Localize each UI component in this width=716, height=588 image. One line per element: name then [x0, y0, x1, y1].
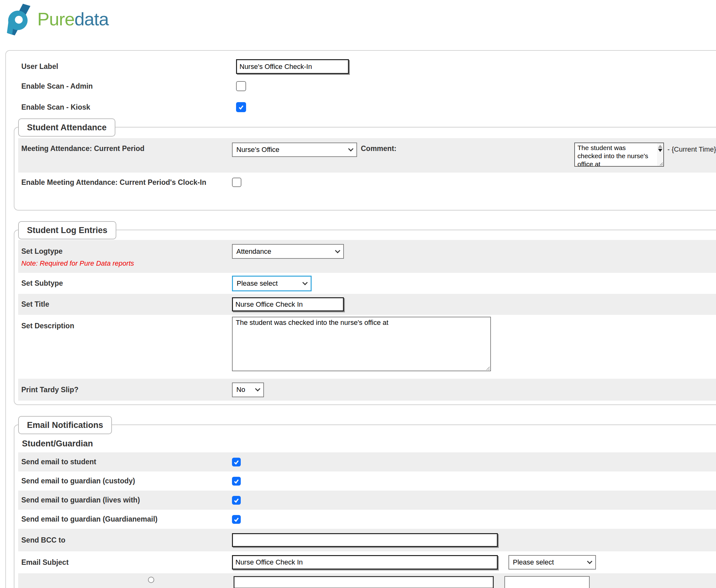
enable-scan-kiosk-row: Enable Scan - Kiosk: [21, 102, 716, 112]
print-tardy-slip-select[interactable]: No: [232, 382, 264, 397]
enable-clock-in-checkbox[interactable]: [232, 177, 241, 187]
student-log-entries-fieldset: Student Log Entries Set Logtype Note: Re…: [14, 230, 716, 405]
send-email-guardian-liveswith-label: Send email to guardian (lives with): [21, 496, 232, 504]
send-email-guardian-email-row: Send email to guardian (Guardianemail): [18, 510, 716, 529]
send-email-guardian-liveswith-row: Send email to guardian (lives with): [18, 490, 716, 510]
check-icon: [233, 478, 240, 484]
send-email-guardian-liveswith-checkbox[interactable]: [232, 496, 241, 505]
chevron-down-icon: [255, 386, 261, 392]
set-subtype-selected-value: Please select: [237, 279, 278, 288]
set-description-textarea[interactable]: The student was checked into the nurse's…: [232, 317, 491, 371]
meeting-attendance-select[interactable]: Nurse’s Office: [232, 143, 357, 157]
enable-scan-admin-label: Enable Scan - Admin: [21, 82, 236, 90]
set-subtype-row: Set Subtype Please select: [18, 273, 716, 294]
email-notifications-legend: Email Notifications: [18, 416, 112, 434]
set-logtype-row: Set Logtype Note: Required for Pure Data…: [18, 240, 716, 273]
student-attendance-fieldset: Student Attendance Meeting Attendance: C…: [14, 127, 716, 211]
set-logtype-selected-value: Attendance: [237, 248, 271, 256]
resize-grip-icon[interactable]: [659, 161, 663, 166]
user-label-input[interactable]: [236, 59, 349, 74]
email-checkbox-rows: Send email to student Send email to guar…: [18, 453, 716, 588]
set-subtype-select[interactable]: Please select: [232, 276, 312, 291]
send-email-guardian-custody-label: Send email to guardian (custody): [21, 477, 232, 485]
send-email-student-label: Send email to student: [21, 458, 232, 466]
email-subject-label: Email Subject: [21, 558, 232, 567]
send-bcc-input[interactable]: [232, 533, 498, 547]
set-logtype-note: Note: Required for Pure Data reports: [21, 259, 232, 268]
send-email-student-row: Send email to student: [18, 453, 716, 471]
chevron-down-icon: [335, 248, 341, 253]
app-header: Puredata: [5, 2, 108, 37]
send-email-student-checkbox[interactable]: [232, 458, 241, 466]
student-attendance-legend: Student Attendance: [18, 119, 115, 136]
comment-label: Comment:: [361, 144, 572, 153]
email-subject-template-select[interactable]: Please select: [509, 555, 596, 569]
comment-textarea[interactable]: The student was checked into the nurse's…: [574, 143, 664, 167]
enable-scan-kiosk-checkbox[interactable]: [236, 102, 246, 112]
check-icon: [233, 459, 240, 465]
email-subject-template-selected-value: Please select: [513, 558, 554, 566]
enable-scan-kiosk-label: Enable Scan - Kiosk: [21, 103, 236, 111]
enable-clock-in-label: Enable Meeting Attendance: Current Perio…: [21, 177, 232, 188]
chevron-down-icon: [587, 559, 592, 564]
email-notifications-fieldset: Email Notifications Student/Guardian Sen…: [14, 424, 716, 588]
meeting-attendance-label: Meeting Attendance: Current Period: [21, 144, 232, 153]
partial-input[interactable]: [233, 576, 494, 588]
current-time-suffix: - {Current Time}: [668, 145, 716, 153]
partial-select[interactable]: [505, 576, 590, 588]
set-title-label: Set Title: [21, 300, 232, 309]
send-bcc-label: Send BCC to: [21, 536, 232, 544]
set-logtype-label: Set Logtype: [21, 247, 232, 256]
enable-clock-in-row: Enable Meeting Attendance: Current Perio…: [18, 173, 716, 206]
print-tardy-slip-selected-value: No: [237, 386, 245, 394]
enable-scan-admin-row: Enable Scan - Admin: [21, 81, 716, 91]
send-email-guardian-custody-row: Send email to guardian (custody): [18, 471, 716, 490]
set-title-input[interactable]: [232, 297, 344, 311]
meeting-attendance-row: Meeting Attendance: Current Period Nurse…: [18, 138, 716, 173]
scroll-up-icon[interactable]: [658, 145, 662, 148]
puredata-logo-icon: [5, 4, 34, 36]
set-logtype-label-cell: Set Logtype Note: Required for Pure Data…: [21, 244, 232, 268]
send-email-guardian-email-checkbox[interactable]: [232, 515, 241, 524]
user-label-row: User Label: [21, 59, 716, 74]
settings-form-container: User Label Enable Scan - Admin Enable Sc…: [5, 50, 716, 588]
partial-bottom-row: [18, 573, 716, 588]
logo-text-data: data: [75, 9, 109, 29]
set-title-row: Set Title: [18, 294, 716, 315]
set-description-text: The student was checked into the nurse's…: [236, 319, 388, 327]
print-tardy-slip-label: Print Tardy Slip?: [21, 386, 232, 394]
check-icon: [238, 104, 244, 110]
chevron-down-icon: [303, 280, 308, 285]
check-icon: [233, 516, 240, 523]
user-label-label: User Label: [21, 62, 236, 71]
email-subject-row: Email Subject Please select: [18, 551, 716, 573]
top-fields-section: User Label Enable Scan - Admin Enable Sc…: [6, 51, 716, 112]
enable-scan-admin-checkbox[interactable]: [236, 81, 246, 91]
set-description-label: Set Description: [21, 322, 232, 330]
set-subtype-label: Set Subtype: [21, 279, 232, 288]
chevron-down-icon: [348, 146, 354, 152]
set-description-row: Set Description The student was checked …: [18, 315, 716, 376]
resize-grip-icon[interactable]: [485, 365, 490, 370]
check-icon: [233, 497, 240, 503]
scroll-down-icon[interactable]: [658, 149, 662, 152]
puredata-logo-text: Puredata: [37, 8, 108, 29]
student-log-entries-legend: Student Log Entries: [18, 221, 116, 239]
student-guardian-heading: Student/Guardian: [22, 439, 716, 449]
send-bcc-row: Send BCC to: [18, 529, 716, 551]
meeting-attendance-selected-value: Nurse’s Office: [237, 146, 279, 154]
set-logtype-select[interactable]: Attendance: [232, 244, 344, 259]
radio-button[interactable]: [148, 577, 154, 583]
comment-text: The student was checked into the nurse's…: [577, 144, 651, 167]
comment-scrollbar[interactable]: [657, 143, 663, 166]
email-subject-input[interactable]: [232, 555, 498, 569]
send-email-guardian-email-label: Send email to guardian (Guardianemail): [21, 515, 232, 523]
print-tardy-slip-row: Print Tardy Slip? No: [18, 379, 716, 401]
send-email-guardian-custody-checkbox[interactable]: [232, 477, 241, 486]
logo-text-pure: Pure: [37, 9, 75, 29]
